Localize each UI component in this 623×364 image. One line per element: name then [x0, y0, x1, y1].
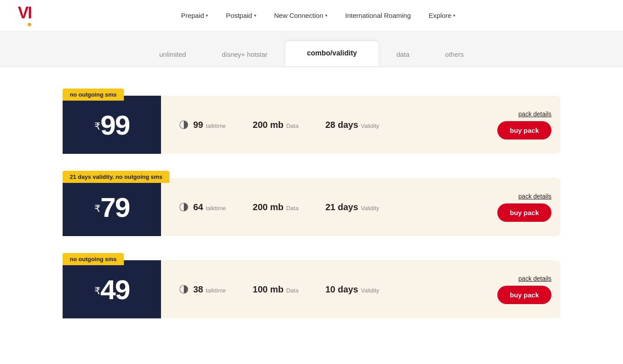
data-text-3: 100 mb Data [253, 284, 298, 295]
plan-actions-3: pack details buy pack [480, 270, 560, 309]
plan-badge-3: no outgoing sms [63, 253, 124, 265]
validity-item-3: 10 days Validity [325, 284, 379, 295]
plan-amount-1: 99 [101, 109, 130, 141]
buy-pack-button-1[interactable]: buy pack [497, 121, 551, 140]
data-value-2: 200 mb [253, 202, 284, 212]
navigation: VI Prepaid ▾ Postpaid ▾ New Connection ▾… [0, 0, 623, 31]
nav-link-new-connection[interactable]: New Connection ▾ [274, 12, 327, 19]
tabs-bar: unlimited disney+ hotstar combo/validity… [0, 31, 623, 67]
validity-item-2: 21 days Validity [325, 202, 379, 212]
validity-text-2: 21 days Validity [325, 202, 379, 212]
talktime-text-2: 64 talktime [193, 202, 226, 212]
tab-unlimited[interactable]: unlimited [141, 43, 204, 67]
plan-actions-1: pack details buy pack [480, 105, 560, 145]
currency-symbol-1: ₹ [94, 121, 101, 132]
plan-inner-1: ₹ 99 99 talktime [63, 96, 560, 154]
talktime-item-2: 64 talktime [179, 202, 226, 212]
nav-label-prepaid: Prepaid [181, 12, 204, 19]
plan-card-49: no outgoing sms ₹ 49 38 talktim [63, 260, 560, 318]
logo-dot [28, 23, 31, 26]
talktime-text-1: 99 talktime [193, 120, 226, 130]
plan-badge-2: 21 days validity. no outgoing sms [63, 171, 170, 183]
data-text-1: 200 mb Data [253, 120, 298, 130]
plans-content: no outgoing sms ₹ 99 99 talktim [0, 67, 623, 336]
validity-item-1: 28 days Validity [325, 120, 379, 130]
tab-combo-validity[interactable]: combo/validity [285, 41, 378, 67]
data-label-3: Data [286, 287, 298, 294]
nav-label-explore: Explore [429, 12, 452, 19]
buy-pack-button-3[interactable]: buy pack [497, 286, 551, 304]
data-item-3: 100 mb Data [253, 284, 298, 295]
plan-actions-2: pack details buy pack [480, 187, 560, 227]
validity-value-2: 21 days [325, 202, 358, 212]
plan-amount-2: 79 [101, 191, 130, 223]
signal-icon-1 [179, 120, 189, 130]
plan-price-box-2: ₹ 79 [63, 178, 161, 236]
nav-label-new-connection: New Connection [274, 12, 323, 19]
logo-text: VI [18, 5, 31, 21]
data-value-3: 100 mb [253, 284, 284, 295]
plan-price-box-1: ₹ 99 [63, 96, 161, 154]
buy-pack-button-2[interactable]: buy pack [497, 203, 551, 222]
currency-symbol-2: ₹ [94, 203, 101, 215]
validity-label-3: Validity [361, 287, 379, 294]
tab-others[interactable]: others [427, 43, 482, 67]
pack-details-link-3[interactable]: pack details [518, 275, 551, 282]
chevron-down-icon: ▾ [206, 13, 208, 18]
validity-value-3: 10 days [325, 284, 358, 295]
talktime-item-3: 38 talktime [179, 284, 226, 295]
plan-amount-3: 49 [101, 274, 130, 305]
nav-item-postpaid[interactable]: Postpaid ▾ [226, 12, 256, 19]
plan-card-79: 21 days validity. no outgoing sms ₹ 79 6… [63, 178, 560, 236]
nav-link-international-roaming[interactable]: International Roaming [345, 12, 411, 19]
nav-item-prepaid[interactable]: Prepaid ▾ [181, 12, 208, 19]
plan-badge-1: no outgoing sms [63, 89, 124, 101]
validity-text-3: 10 days Validity [325, 284, 379, 295]
data-value-1: 200 mb [253, 120, 284, 130]
chevron-down-icon: ▾ [453, 13, 455, 18]
talktime-label-3: talktime [206, 287, 226, 294]
pack-details-link-1[interactable]: pack details [518, 110, 551, 118]
signal-icon-2 [179, 202, 189, 212]
validity-label-2: Validity [361, 205, 379, 212]
talktime-value-1: 99 [193, 120, 203, 130]
talktime-item-1: 99 talktime [179, 120, 226, 130]
nav-item-explore[interactable]: Explore ▾ [429, 12, 456, 19]
nav-label-international-roaming: International Roaming [345, 12, 411, 19]
tab-data[interactable]: data [378, 43, 427, 67]
plan-inner-3: ₹ 49 38 talktime [63, 260, 560, 318]
pack-details-link-2[interactable]: pack details [518, 193, 551, 200]
data-item-2: 200 mb Data [253, 202, 298, 212]
talktime-label-1: talktime [206, 123, 226, 129]
chevron-down-icon: ▾ [325, 13, 327, 18]
validity-label-1: Validity [361, 123, 379, 129]
validity-value-1: 28 days [325, 120, 358, 130]
signal-icon-3 [179, 284, 189, 294]
validity-text-1: 28 days Validity [325, 120, 379, 130]
nav-menu: Prepaid ▾ Postpaid ▾ New Connection ▾ In… [31, 12, 605, 19]
data-label-1: Data [286, 123, 298, 129]
nav-label-postpaid: Postpaid [226, 12, 252, 19]
nav-link-postpaid[interactable]: Postpaid ▾ [226, 12, 256, 19]
data-item-1: 200 mb Data [253, 120, 298, 130]
plan-details-3: 38 talktime 100 mb Data 10 days Validity [161, 284, 480, 295]
plan-inner-2: ₹ 79 64 talktime [63, 178, 560, 236]
nav-item-international-roaming[interactable]: International Roaming [345, 12, 411, 19]
nav-item-new-connection[interactable]: New Connection ▾ [274, 12, 327, 19]
data-text-2: 200 mb Data [253, 202, 298, 212]
talktime-text-3: 38 talktime [193, 284, 226, 295]
plan-price-box-3: ₹ 49 [63, 260, 161, 318]
plan-card-99: no outgoing sms ₹ 99 99 talktim [63, 96, 560, 154]
talktime-value-3: 38 [193, 284, 203, 295]
currency-symbol-3: ₹ [94, 285, 101, 297]
talktime-label-2: talktime [206, 205, 226, 212]
talktime-value-2: 64 [193, 202, 203, 212]
logo[interactable]: VI [18, 5, 31, 26]
plan-details-1: 99 talktime 200 mb Data 28 days Validity [161, 120, 480, 130]
nav-link-prepaid[interactable]: Prepaid ▾ [181, 12, 208, 19]
plan-details-2: 64 talktime 200 mb Data 21 days Validity [161, 202, 480, 212]
nav-link-explore[interactable]: Explore ▾ [429, 12, 456, 19]
chevron-down-icon: ▾ [254, 13, 256, 18]
data-label-2: Data [286, 205, 298, 212]
tab-disney-hotstar[interactable]: disney+ hotstar [204, 43, 285, 67]
